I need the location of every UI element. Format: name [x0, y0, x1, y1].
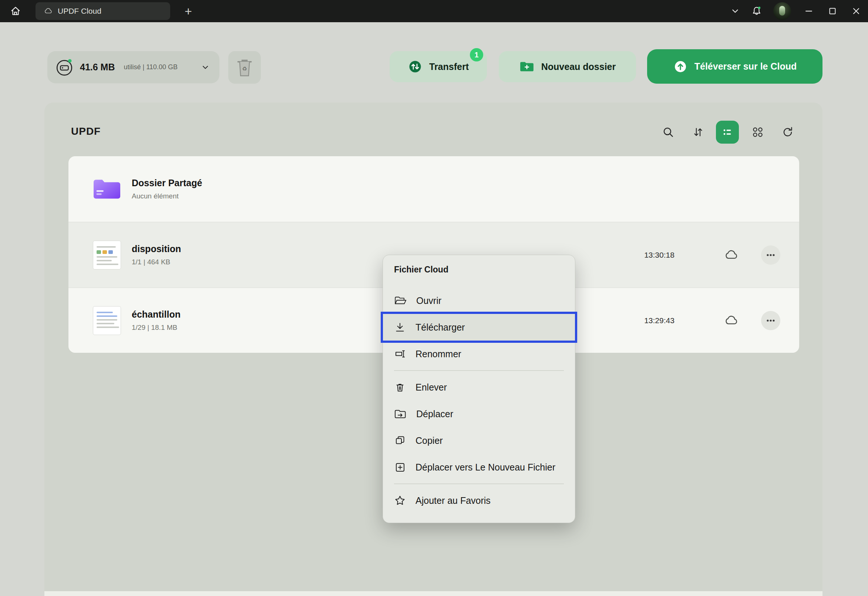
file-name: disposition [132, 244, 181, 254]
storage-detail-label: utilisé | 110.00 GB [124, 63, 177, 71]
menu-item-ajouter-favoris[interactable]: Ajouter au Favoris [383, 487, 575, 514]
file-subtitle: Aucun élément [132, 192, 202, 200]
new-folder-button[interactable]: Nouveau dossier [499, 51, 636, 82]
more-actions-button[interactable] [761, 245, 780, 265]
menu-item-enlever[interactable]: Enlever [383, 374, 575, 401]
file-text-block: échantillon 1/29 | 18.1 MB [132, 309, 180, 332]
menu-item-label: Copier [415, 435, 443, 446]
grid-view-button[interactable] [746, 121, 769, 143]
search-icon [661, 125, 675, 139]
cloud-status-icon[interactable] [724, 313, 738, 328]
add-square-icon [394, 461, 406, 473]
copy-icon [394, 435, 406, 447]
menu-item-label: Déplacer vers Le Nouveau Fichier [415, 462, 555, 473]
panel-title: UPDF [71, 126, 100, 138]
recycle-bin-button[interactable]: ♻ [228, 51, 261, 84]
menu-item-renommer[interactable]: Renommer [383, 340, 575, 367]
maximize-icon [828, 7, 837, 16]
download-icon [394, 321, 406, 333]
cloud-status-icon[interactable] [724, 248, 738, 262]
updf-cloud-window: UPDF Cloud + [0, 0, 868, 596]
upload-label: Téléverser sur le Cloud [694, 61, 797, 72]
minimize-button[interactable] [797, 0, 821, 22]
file-time: 13:30:18 [630, 251, 689, 259]
new-folder-label: Nouveau dossier [541, 61, 616, 72]
menu-divider [394, 484, 564, 484]
transfer-button[interactable]: Transfert 1 [390, 51, 487, 82]
sort-icon [691, 126, 705, 139]
file-text-block: disposition 1/1 | 464 KB [132, 244, 181, 266]
chevron-down-icon [201, 63, 210, 72]
recycle-bin-icon: ♻ [235, 57, 254, 78]
file-subtitle: 1/29 | 18.1 MB [132, 324, 180, 332]
storage-drive-icon [55, 58, 74, 77]
rename-icon [394, 348, 406, 360]
transfer-count-badge: 1 [470, 48, 483, 61]
cloud-tab-icon [44, 7, 53, 16]
svg-text:♻: ♻ [242, 65, 247, 72]
tabs-chevron-button[interactable] [725, 0, 746, 22]
ellipsis-icon [765, 250, 776, 260]
maximize-button[interactable] [821, 0, 844, 22]
grid-view-icon [751, 126, 765, 139]
close-icon [852, 7, 861, 16]
document-thumbnail [93, 241, 121, 269]
home-icon [10, 6, 21, 17]
upload-to-cloud-button[interactable]: Téléverser sur le Cloud [647, 49, 822, 84]
titlebar-right [725, 0, 868, 22]
ellipsis-icon [765, 315, 776, 326]
minimize-icon [804, 6, 813, 16]
folder-icon [93, 175, 121, 204]
user-avatar[interactable] [773, 2, 791, 20]
menu-item-deplacer-nouveau-fichier[interactable]: Déplacer vers Le Nouveau Fichier [383, 454, 575, 481]
refresh-button[interactable] [776, 121, 799, 143]
notifications-button[interactable] [746, 0, 768, 22]
menu-divider [394, 370, 564, 371]
trash-icon [394, 381, 406, 393]
home-button[interactable] [7, 3, 24, 19]
folder-move-icon [394, 408, 407, 420]
list-item-dossier-partage[interactable]: Dossier Partagé Aucun élément [68, 156, 799, 222]
folder-plus-icon [519, 60, 534, 74]
list-view-button[interactable] [716, 121, 739, 143]
menu-item-label: Ouvrir [416, 296, 441, 306]
menu-item-copier[interactable]: Copier [383, 427, 575, 454]
sort-button[interactable] [687, 121, 710, 143]
upload-arrow-icon [673, 59, 688, 74]
storage-used-label: 41.6 MB [80, 62, 115, 72]
transfer-icon [408, 59, 422, 74]
document-thumbnail [93, 306, 121, 335]
context-menu: Fichier Cloud Ouvrir Télécharger [382, 255, 575, 523]
more-actions-button[interactable] [761, 311, 780, 330]
titlebar: UPDF Cloud + [0, 0, 868, 22]
chevron-down-icon [730, 6, 740, 16]
tab-title: UPDF Cloud [58, 7, 101, 16]
storage-usage-dropdown[interactable]: 41.6 MB utilisé | 110.00 GB [47, 51, 219, 83]
close-button[interactable] [844, 0, 868, 22]
file-name: Dossier Partagé [132, 178, 202, 188]
tab-updf-cloud[interactable]: UPDF Cloud [35, 2, 170, 20]
menu-item-telecharger[interactable]: Télécharger [383, 314, 575, 340]
file-text-block: Dossier Partagé Aucun élément [132, 178, 202, 200]
menu-item-label: Renommer [415, 349, 461, 359]
menu-item-label: Télécharger [415, 322, 465, 333]
file-subtitle: 1/1 | 464 KB [132, 258, 181, 266]
context-menu-title: Fichier Cloud [383, 265, 575, 287]
new-tab-button[interactable]: + [180, 4, 196, 19]
search-button[interactable] [657, 121, 680, 143]
folder-open-icon [394, 295, 407, 306]
bell-icon [751, 6, 762, 17]
file-name: échantillon [132, 309, 180, 320]
menu-item-label: Déplacer [416, 409, 453, 419]
file-time: 13:29:43 [630, 316, 689, 325]
refresh-icon [781, 126, 794, 139]
menu-item-label: Ajouter au Favoris [415, 495, 491, 506]
menu-item-ouvrir[interactable]: Ouvrir [383, 287, 575, 314]
horizontal-scrollbar[interactable] [44, 591, 822, 596]
menu-item-deplacer[interactable]: Déplacer [383, 401, 575, 427]
transfer-label: Transfert [429, 61, 469, 72]
menu-item-label: Enlever [415, 382, 447, 393]
star-icon [394, 495, 406, 506]
list-view-icon [721, 126, 734, 139]
